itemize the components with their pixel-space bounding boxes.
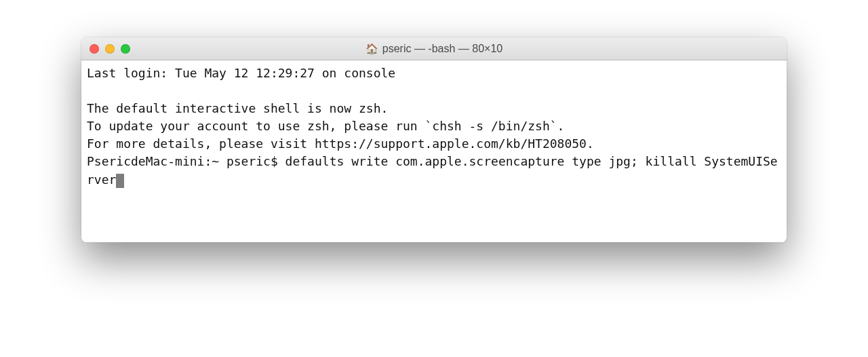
window-title-wrap: 🏠 pseric — -bash — 80×10 bbox=[81, 43, 787, 55]
zsh-notice-line-3: For more details, please visit https://s… bbox=[87, 136, 594, 151]
home-icon: 🏠 bbox=[366, 43, 378, 54]
zsh-notice-line-1: The default interactive shell is now zsh… bbox=[87, 101, 388, 115]
terminal-window: 🏠 pseric — -bash — 80×10 Last login: Tue… bbox=[81, 37, 787, 242]
terminal-output[interactable]: Last login: Tue May 12 12:29:27 on conso… bbox=[87, 64, 781, 189]
traffic-lights bbox=[90, 44, 130, 54]
window-titlebar[interactable]: 🏠 pseric — -bash — 80×10 bbox=[81, 37, 787, 60]
shell-prompt: PsericdeMac-mini:~ pseric$ bbox=[87, 154, 285, 168]
zoom-button[interactable] bbox=[121, 44, 130, 54]
zsh-notice-line-2: To update your account to use zsh, pleas… bbox=[87, 119, 564, 133]
text-cursor bbox=[116, 174, 123, 188]
close-button[interactable] bbox=[90, 44, 99, 54]
last-login-line: Last login: Tue May 12 12:29:27 on conso… bbox=[87, 66, 395, 80]
terminal-body[interactable]: Last login: Tue May 12 12:29:27 on conso… bbox=[81, 60, 787, 242]
minimize-button[interactable] bbox=[105, 44, 115, 54]
window-title: pseric — -bash — 80×10 bbox=[382, 43, 502, 55]
